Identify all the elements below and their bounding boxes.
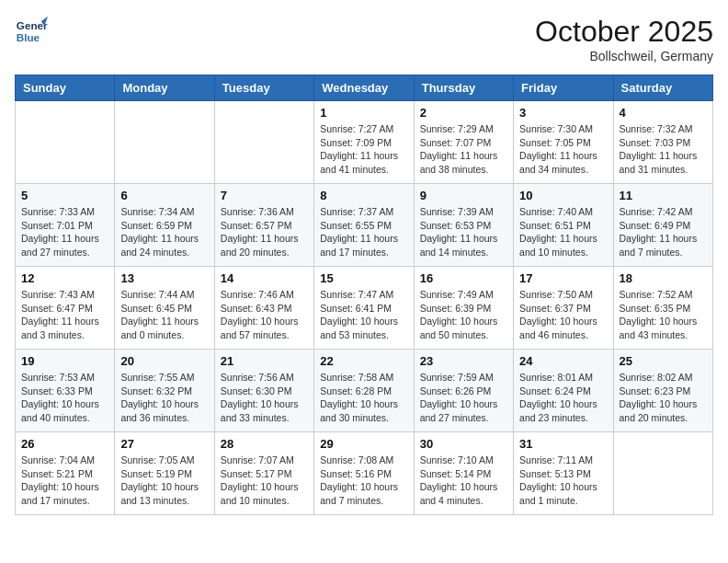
day-number: 9: [420, 189, 507, 202]
calendar-cell: 7Sunrise: 7:36 AM Sunset: 6:57 PM Daylig…: [214, 184, 313, 267]
calendar-cell: [16, 101, 115, 184]
month-title: October 2025: [535, 15, 713, 49]
day-info: Sunrise: 7:11 AM Sunset: 5:13 PM Dayligh…: [519, 454, 607, 508]
day-number: 24: [519, 354, 607, 368]
day-info: Sunrise: 7:52 AM Sunset: 6:35 PM Dayligh…: [620, 288, 707, 342]
calendar-cell: 31Sunrise: 7:11 AM Sunset: 5:13 PM Dayli…: [514, 432, 613, 515]
day-info: Sunrise: 8:01 AM Sunset: 6:24 PM Dayligh…: [519, 371, 607, 425]
weekday-header-wednesday: Wednesday: [314, 75, 414, 101]
day-number: 19: [21, 354, 108, 368]
day-info: Sunrise: 7:47 AM Sunset: 6:41 PM Dayligh…: [320, 288, 407, 342]
weekday-header-tuesday: Tuesday: [214, 75, 313, 101]
calendar-cell: 9Sunrise: 7:39 AM Sunset: 6:53 PM Daylig…: [414, 184, 513, 267]
calendar-cell: 12Sunrise: 7:43 AM Sunset: 6:47 PM Dayli…: [16, 267, 115, 350]
day-info: Sunrise: 7:58 AM Sunset: 6:28 PM Dayligh…: [320, 371, 407, 425]
calendar-cell: 2Sunrise: 7:29 AM Sunset: 7:07 PM Daylig…: [414, 101, 513, 184]
day-number: 8: [320, 189, 407, 202]
day-info: Sunrise: 7:49 AM Sunset: 6:39 PM Dayligh…: [420, 288, 507, 342]
day-number: 18: [620, 271, 707, 285]
calendar-cell: 14Sunrise: 7:46 AM Sunset: 6:43 PM Dayli…: [214, 267, 313, 350]
day-info: Sunrise: 7:32 AM Sunset: 7:03 PM Dayligh…: [620, 122, 707, 177]
day-number: 20: [120, 354, 208, 368]
day-number: 3: [519, 106, 607, 120]
weekday-header-sunday: Sunday: [16, 75, 115, 101]
day-info: Sunrise: 7:27 AM Sunset: 7:09 PM Dayligh…: [320, 122, 407, 177]
day-number: 11: [620, 189, 707, 202]
calendar-cell: 27Sunrise: 7:05 AM Sunset: 5:19 PM Dayli…: [115, 432, 214, 515]
day-info: Sunrise: 7:46 AM Sunset: 6:43 PM Dayligh…: [221, 288, 308, 342]
day-number: 7: [221, 189, 308, 202]
day-number: 1: [320, 106, 407, 120]
day-number: 15: [320, 271, 407, 285]
calendar-cell: 30Sunrise: 7:10 AM Sunset: 5:14 PM Dayli…: [414, 432, 513, 515]
title-section: October 2025 Bollschweil, Germany: [535, 15, 713, 63]
day-number: 6: [120, 189, 208, 202]
day-info: Sunrise: 7:50 AM Sunset: 6:37 PM Dayligh…: [519, 288, 607, 342]
calendar-cell: [613, 432, 712, 515]
day-number: 12: [21, 271, 108, 285]
calendar-cell: 3Sunrise: 7:30 AM Sunset: 7:05 PM Daylig…: [514, 101, 613, 184]
weekday-header-thursday: Thursday: [414, 75, 513, 101]
day-info: Sunrise: 7:07 AM Sunset: 5:17 PM Dayligh…: [221, 454, 308, 508]
day-info: Sunrise: 7:55 AM Sunset: 6:32 PM Dayligh…: [120, 371, 208, 425]
day-number: 21: [221, 354, 308, 368]
day-number: 2: [420, 106, 507, 120]
calendar-cell: 19Sunrise: 7:53 AM Sunset: 6:33 PM Dayli…: [16, 350, 115, 432]
day-info: Sunrise: 7:36 AM Sunset: 6:57 PM Dayligh…: [221, 205, 308, 259]
logo-icon: General Blue: [15, 15, 48, 48]
calendar-cell: 10Sunrise: 7:40 AM Sunset: 6:51 PM Dayli…: [514, 184, 613, 267]
day-number: 25: [620, 354, 707, 368]
calendar-cell: 5Sunrise: 7:33 AM Sunset: 7:01 PM Daylig…: [16, 184, 115, 267]
calendar-cell: 15Sunrise: 7:47 AM Sunset: 6:41 PM Dayli…: [314, 267, 414, 350]
day-number: 10: [519, 189, 607, 202]
location: Bollschweil, Germany: [535, 49, 713, 63]
day-info: Sunrise: 7:43 AM Sunset: 6:47 PM Dayligh…: [21, 288, 108, 342]
calendar-cell: 23Sunrise: 7:59 AM Sunset: 6:26 PM Dayli…: [414, 350, 513, 432]
calendar-cell: [115, 101, 214, 184]
week-row-1: 1Sunrise: 7:27 AM Sunset: 7:09 PM Daylig…: [16, 101, 713, 184]
day-info: Sunrise: 7:05 AM Sunset: 5:19 PM Dayligh…: [120, 454, 208, 508]
day-number: 13: [120, 271, 208, 285]
day-number: 14: [221, 271, 308, 285]
day-info: Sunrise: 7:29 AM Sunset: 7:07 PM Dayligh…: [420, 122, 507, 177]
day-info: Sunrise: 7:10 AM Sunset: 5:14 PM Dayligh…: [420, 454, 507, 508]
weekday-header-monday: Monday: [115, 75, 214, 101]
calendar-cell: 13Sunrise: 7:44 AM Sunset: 6:45 PM Dayli…: [115, 267, 214, 350]
day-info: Sunrise: 7:37 AM Sunset: 6:55 PM Dayligh…: [320, 205, 407, 259]
day-info: Sunrise: 7:56 AM Sunset: 6:30 PM Dayligh…: [221, 371, 308, 425]
calendar-cell: 29Sunrise: 7:08 AM Sunset: 5:16 PM Dayli…: [314, 432, 414, 515]
calendar-table: SundayMondayTuesdayWednesdayThursdayFrid…: [15, 75, 713, 515]
weekday-header-friday: Friday: [514, 75, 613, 101]
day-number: 4: [620, 106, 707, 120]
calendar-cell: 18Sunrise: 7:52 AM Sunset: 6:35 PM Dayli…: [613, 267, 712, 350]
calendar-cell: 16Sunrise: 7:49 AM Sunset: 6:39 PM Dayli…: [414, 267, 513, 350]
week-row-4: 19Sunrise: 7:53 AM Sunset: 6:33 PM Dayli…: [16, 350, 713, 432]
calendar-cell: 11Sunrise: 7:42 AM Sunset: 6:49 PM Dayli…: [613, 184, 712, 267]
week-row-3: 12Sunrise: 7:43 AM Sunset: 6:47 PM Dayli…: [16, 267, 713, 350]
day-number: 23: [420, 354, 507, 368]
logo: General Blue: [15, 15, 48, 48]
calendar-cell: 6Sunrise: 7:34 AM Sunset: 6:59 PM Daylig…: [115, 184, 214, 267]
calendar-cell: 1Sunrise: 7:27 AM Sunset: 7:09 PM Daylig…: [314, 101, 414, 184]
day-number: 22: [320, 354, 407, 368]
calendar-cell: 20Sunrise: 7:55 AM Sunset: 6:32 PM Dayli…: [115, 350, 214, 432]
day-info: Sunrise: 7:30 AM Sunset: 7:05 PM Dayligh…: [519, 122, 607, 177]
day-info: Sunrise: 7:40 AM Sunset: 6:51 PM Dayligh…: [519, 205, 607, 259]
week-row-5: 26Sunrise: 7:04 AM Sunset: 5:21 PM Dayli…: [16, 432, 713, 515]
calendar-cell: 28Sunrise: 7:07 AM Sunset: 5:17 PM Dayli…: [214, 432, 313, 515]
day-number: 29: [320, 437, 407, 451]
calendar-cell: [214, 101, 313, 184]
day-number: 31: [519, 437, 607, 451]
day-number: 30: [420, 437, 507, 451]
day-info: Sunrise: 7:33 AM Sunset: 7:01 PM Dayligh…: [21, 205, 108, 259]
day-number: 17: [519, 271, 607, 285]
day-info: Sunrise: 8:02 AM Sunset: 6:23 PM Dayligh…: [620, 371, 707, 425]
day-number: 16: [420, 271, 507, 285]
day-info: Sunrise: 7:04 AM Sunset: 5:21 PM Dayligh…: [21, 454, 108, 508]
day-info: Sunrise: 7:44 AM Sunset: 6:45 PM Dayligh…: [120, 288, 208, 342]
page-header: General Blue October 2025 Bollschweil, G…: [15, 15, 713, 63]
day-info: Sunrise: 7:42 AM Sunset: 6:49 PM Dayligh…: [620, 205, 707, 259]
day-number: 28: [221, 437, 308, 451]
calendar-cell: 22Sunrise: 7:58 AM Sunset: 6:28 PM Dayli…: [314, 350, 414, 432]
day-info: Sunrise: 7:59 AM Sunset: 6:26 PM Dayligh…: [420, 371, 507, 425]
